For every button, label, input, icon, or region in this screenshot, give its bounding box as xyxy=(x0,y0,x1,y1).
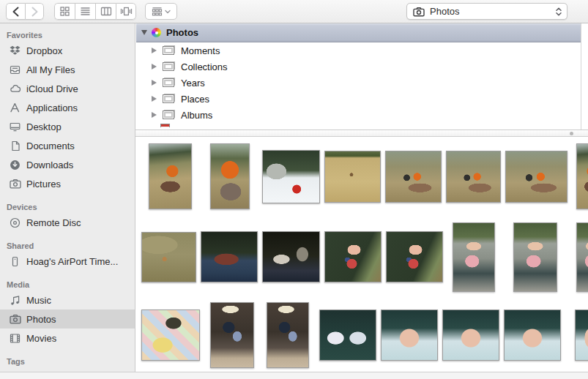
sidebar-item-documents[interactable]: Documents xyxy=(0,136,135,155)
icon-view-button[interactable] xyxy=(54,3,75,20)
sidebar-item-remote-disc[interactable]: Remote Disc xyxy=(0,213,135,232)
music-icon xyxy=(9,295,21,306)
sidebar-item-icloud-drive[interactable]: iCloud Drive xyxy=(0,79,135,98)
coverflow-view-button[interactable] xyxy=(116,3,136,20)
photo-baby-in-towel-1[interactable] xyxy=(381,309,438,361)
photo-truck-bed-gear[interactable] xyxy=(262,231,320,282)
tree-row-label: Moments xyxy=(181,45,220,56)
sidebar-item-label: Downloads xyxy=(26,160,73,170)
sidebar-item-movies[interactable]: Movies xyxy=(0,329,135,348)
photo-clipped-photo[interactable] xyxy=(576,222,588,292)
pane-splitter[interactable] xyxy=(135,130,588,137)
column-view-button[interactable] xyxy=(95,3,116,20)
disclosure-right-icon[interactable] xyxy=(152,112,157,118)
film-icon xyxy=(9,333,21,344)
arrange-icon xyxy=(152,7,163,17)
disclosure-right-icon[interactable] xyxy=(152,80,157,86)
photo-truck-snow-sled[interactable] xyxy=(262,150,320,203)
all-my-files-icon xyxy=(9,64,21,75)
nav-buttons xyxy=(6,3,44,20)
tree-row-label: Collections xyxy=(181,61,228,72)
tree-header-photos[interactable]: Photos xyxy=(136,23,581,42)
section-title-tags: Tags xyxy=(0,354,135,367)
chevron-left-icon xyxy=(12,7,20,17)
photo-cowboy-hat-toddler-2[interactable] xyxy=(267,302,309,368)
photo-baby-flag-outfit-2[interactable] xyxy=(386,231,443,282)
photo-dad-and-baby-quilt[interactable] xyxy=(141,309,200,361)
list-view-button[interactable] xyxy=(75,3,95,20)
photo-hunter-elk-portrait[interactable] xyxy=(149,143,192,209)
sidebar-item-label: Applications xyxy=(26,102,78,113)
back-button[interactable] xyxy=(6,3,25,20)
library-popup-label: Photos xyxy=(430,6,459,17)
sidebar-item-applications[interactable]: Applications xyxy=(0,98,135,117)
toolbar: Photos xyxy=(0,0,588,23)
disclosure-right-icon[interactable] xyxy=(152,96,157,102)
library-popup[interactable]: Photos xyxy=(406,3,567,20)
disclosure-right-icon[interactable] xyxy=(152,48,157,53)
photo-hunters-with-elk-3[interactable] xyxy=(505,151,567,203)
photo-deer-in-field[interactable] xyxy=(324,151,381,203)
sidebar-item-label: Movies xyxy=(26,333,56,344)
sidebar-item-label: Desktop xyxy=(26,121,62,132)
disc-icon xyxy=(9,217,21,228)
photo-hunters-with-elk-1[interactable] xyxy=(385,151,442,203)
tree-row-clipped[interactable] xyxy=(136,123,581,127)
column-view-icon xyxy=(100,6,112,17)
document-icon xyxy=(9,140,21,151)
sidebar-item-photos[interactable]: Photos xyxy=(0,309,135,329)
splitter-handle-icon[interactable] xyxy=(570,132,573,135)
disclosure-right-icon[interactable] xyxy=(152,64,157,70)
sidebar-item-all-my-files[interactable]: All My Files xyxy=(0,60,135,79)
sidebar-item-label: iCloud Drive xyxy=(26,83,78,94)
tree-row-label: Places xyxy=(181,94,209,105)
sidebar-item-music[interactable]: Music xyxy=(0,290,135,309)
sidebar-item-dropbox[interactable]: Dropbox xyxy=(0,41,135,60)
tree-row-albums[interactable]: Albums xyxy=(136,107,581,123)
photo-cowboy-hat-toddler-1[interactable] xyxy=(210,302,254,368)
photo-clipped-photo[interactable] xyxy=(575,309,588,361)
sidebar-item-downloads[interactable]: Downloads xyxy=(0,155,135,174)
tree-row-moments[interactable]: Moments xyxy=(136,42,581,59)
forward-button[interactable] xyxy=(25,3,44,20)
camera-icon xyxy=(9,179,21,189)
grid-view-icon xyxy=(59,6,70,17)
photo-truck-with-deer[interactable] xyxy=(201,231,258,282)
photo-hunter-elk-closeup[interactable] xyxy=(210,143,250,209)
photos-app-icon xyxy=(152,28,161,37)
tree-row-places[interactable]: Places xyxy=(136,91,581,107)
chevron-right-icon xyxy=(31,7,39,17)
sidebar-item-label: Pictures xyxy=(26,179,61,190)
popup-chevrons-icon xyxy=(555,7,562,17)
desktop-icon xyxy=(9,121,21,132)
downloads-icon xyxy=(9,160,21,170)
tree-row-label: Years xyxy=(181,78,205,89)
sidebar-item-label: All My Files xyxy=(26,64,75,75)
photo-stack-icon xyxy=(163,94,174,103)
photo-baby-in-towel-3[interactable] xyxy=(504,309,561,361)
finder-window: Photos Favorites Dropbox All My Files iC… xyxy=(0,0,588,379)
photo-man-holding-baby-2[interactable] xyxy=(513,222,557,292)
timecapsule-icon xyxy=(9,256,21,267)
sidebar-item-label: Music xyxy=(26,295,51,306)
tree-row-collections[interactable]: Collections xyxy=(136,59,581,75)
camera-icon xyxy=(413,7,425,17)
sidebar-item-label: Documents xyxy=(26,140,75,151)
photo-man-holding-baby-1[interactable] xyxy=(453,222,495,292)
photo-antelope-field[interactable] xyxy=(141,232,196,282)
sidebar-item-desktop[interactable]: Desktop xyxy=(0,117,135,136)
photo-hunters-with-elk-2[interactable] xyxy=(446,151,501,203)
photo-baby-in-towel-2[interactable] xyxy=(442,309,499,361)
photo-two-babies-lying[interactable] xyxy=(319,309,376,361)
sidebar: Favorites Dropbox All My Files iCloud Dr… xyxy=(0,23,135,372)
photo-row xyxy=(135,216,588,298)
photo-clipped-photo[interactable] xyxy=(576,143,588,209)
tree-row-years[interactable]: Years xyxy=(136,75,581,91)
sidebar-item-airport-time-capsule[interactable]: Hoag's AirPort Time... xyxy=(0,252,135,271)
photo-baby-flag-outfit-1[interactable] xyxy=(324,231,382,282)
arrange-button[interactable] xyxy=(145,3,177,20)
disclosure-down-icon[interactable] xyxy=(141,30,147,35)
sidebar-item-pictures[interactable]: Pictures xyxy=(0,174,135,193)
photo-stack-icon xyxy=(163,78,174,87)
camera-icon xyxy=(9,314,21,324)
